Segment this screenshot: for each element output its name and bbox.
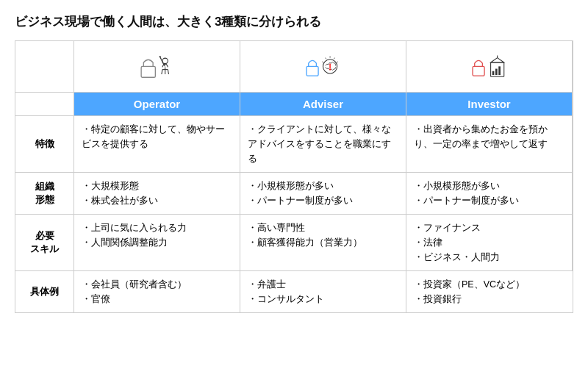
data-adviser-3: 弁護士 コンサルタント [240, 271, 406, 312]
col-header-adviser: Adviser [240, 93, 406, 116]
svg-rect-19 [492, 71, 494, 75]
svg-point-7 [159, 56, 160, 57]
svg-line-15 [336, 62, 337, 62]
row-label-0: 特徴 [15, 116, 74, 173]
header-empty [15, 93, 74, 116]
svg-line-13 [334, 58, 334, 60]
svg-rect-17 [473, 66, 484, 76]
data-operator-3: 会社員（研究者含む） 官僚 [74, 271, 240, 312]
data-operator-0: 特定の顧客に対して、物やサービスを提供する [74, 116, 240, 173]
data-adviser-2: 高い専門性 顧客獲得能力（営業力） [240, 215, 406, 271]
row-label-1: 組織 形態 [15, 173, 74, 215]
svg-line-16 [322, 62, 323, 62]
svg-rect-20 [495, 69, 498, 76]
operator-icon-cell [74, 41, 240, 93]
adviser-icon-cell [240, 41, 406, 93]
data-investor-1: 小規模形態が多い パートナー制度が多い [406, 173, 573, 215]
svg-rect-0 [141, 66, 155, 77]
svg-point-11 [329, 69, 331, 71]
data-investor-0: 出資者から集めたお金を預かり、一定の率まで増やして返す [406, 116, 573, 173]
main-table: Operator Adviser Investor 特徴 特定の顧客に対して、物… [15, 40, 573, 313]
page-title: ビジネス現場で働く人間は、大きく3種類に分けられる [15, 13, 573, 30]
svg-line-4 [161, 70, 162, 74]
data-adviser-1: 小規模形態が多い パートナー制度が多い [240, 173, 406, 215]
svg-rect-8 [306, 66, 318, 76]
col-header-investor: Investor [406, 93, 573, 116]
svg-line-5 [168, 70, 168, 74]
data-investor-3: 投資家（PE、VCなど） 投資銀行 [406, 271, 573, 312]
data-operator-1: 大規模形態 株式会社が多い [74, 173, 240, 215]
data-operator-2: 上司に気に入られる力 人間関係調整能力 [74, 215, 240, 271]
data-adviser-0: クライアントに対して、様々なアドバイスをすることを職業にする [240, 116, 406, 173]
row-label-2: 必要 スキル [15, 215, 74, 271]
icon-cell-empty [15, 41, 74, 93]
investor-icon-cell [406, 41, 573, 93]
svg-rect-21 [498, 66, 501, 75]
row-label-3: 具体例 [15, 271, 74, 312]
col-header-operator: Operator [74, 93, 240, 116]
data-investor-2: ファイナンス 法律 ビジネス・人間力 [406, 215, 573, 271]
svg-line-14 [325, 58, 326, 60]
svg-marker-22 [490, 58, 503, 62]
